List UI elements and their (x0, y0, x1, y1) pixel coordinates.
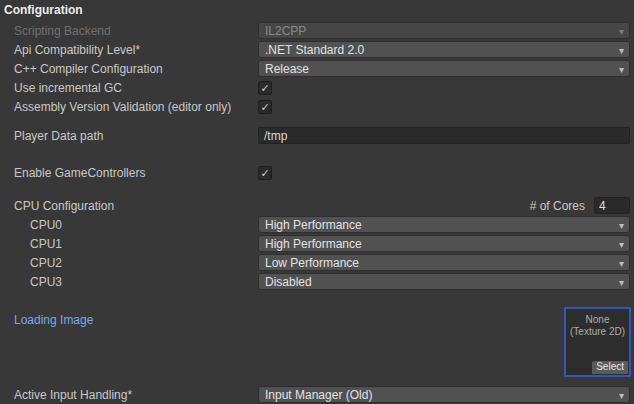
cpu3-dropdown[interactable]: Disabled ▾ (258, 273, 630, 290)
texture-none-line2: (Texture 2D) (566, 326, 629, 338)
api-compatibility-label: Api Compatibility Level* (14, 43, 258, 57)
section-title: Configuration (0, 3, 634, 19)
cpu0-dropdown[interactable]: High Performance ▾ (258, 216, 630, 233)
cpu0-label: CPU0 (14, 218, 258, 232)
row-player-data-path: Player Data path /tmp (0, 126, 634, 145)
chevron-down-icon: ▾ (619, 237, 624, 252)
cpu3-label: CPU3 (14, 275, 258, 289)
spacer (0, 377, 634, 385)
chevron-down-icon: ▾ (619, 256, 624, 271)
row-cpu1: CPU1 High Performance ▾ (0, 234, 634, 253)
row-cpu3: CPU3 Disabled ▾ (0, 272, 634, 291)
checkmark-icon: ✓ (260, 101, 269, 113)
active-input-handling-label: Active Input Handling* (14, 388, 258, 402)
configuration-panel: Configuration Scripting Backend IL2CPP ▾… (0, 0, 634, 404)
cpu-configuration-label: CPU Configuration (14, 199, 114, 213)
row-cpu2: CPU2 Low Performance ▾ (0, 253, 634, 272)
chevron-down-icon: ▾ (619, 62, 624, 77)
player-data-path-input[interactable]: /tmp (258, 127, 630, 144)
cpu1-label: CPU1 (14, 237, 258, 251)
active-input-handling-dropdown[interactable]: Input Manager (Old) ▾ (258, 386, 630, 403)
num-cores-label: # of Cores (530, 199, 585, 213)
spacer (0, 145, 634, 163)
spacer (0, 182, 634, 196)
row-enable-gamecontrollers: Enable GameControllers ✓ (0, 163, 634, 182)
chevron-down-icon: ▾ (619, 275, 624, 290)
incremental-gc-label: Use incremental GC (14, 81, 258, 95)
cpu2-label: CPU2 (14, 256, 258, 270)
cpu1-dropdown[interactable]: High Performance ▾ (258, 235, 630, 252)
row-incremental-gc: Use incremental GC ✓ (0, 78, 634, 97)
num-cores-value: 4 (599, 199, 606, 213)
cpu1-value: High Performance (265, 237, 362, 251)
spacer (0, 291, 634, 307)
texture-none-line1: None (566, 314, 629, 326)
cpu0-value: High Performance (265, 218, 362, 232)
loading-image-label: Loading Image (14, 307, 93, 327)
api-compatibility-dropdown[interactable]: .NET Standard 2.0 ▾ (258, 41, 630, 58)
enable-gamecontrollers-checkbox[interactable]: ✓ (258, 166, 272, 180)
cpp-compiler-value: Release (265, 62, 309, 76)
assembly-validation-label: Assembly Version Validation (editor only… (14, 100, 258, 114)
row-scripting-backend: Scripting Backend IL2CPP ▾ (0, 21, 634, 40)
scripting-backend-value: IL2CPP (265, 24, 306, 38)
chevron-down-icon: ▾ (619, 388, 624, 403)
texture-select-button[interactable]: Select (592, 361, 628, 374)
checkmark-icon: ✓ (260, 167, 269, 179)
scripting-backend-dropdown: IL2CPP ▾ (258, 22, 630, 39)
num-cores-input[interactable]: 4 (594, 197, 630, 214)
cpu3-value: Disabled (265, 275, 312, 289)
loading-image-object-picker[interactable]: None (Texture 2D) Select (564, 307, 631, 377)
row-loading-image: Loading Image None (Texture 2D) Select (0, 307, 634, 377)
cpp-compiler-label: C++ Compiler Configuration (14, 62, 258, 76)
api-compatibility-value: .NET Standard 2.0 (265, 43, 364, 57)
cpu2-value: Low Performance (265, 256, 359, 270)
chevron-down-icon: ▾ (619, 218, 624, 233)
incremental-gc-checkbox[interactable]: ✓ (258, 81, 272, 95)
assembly-validation-checkbox[interactable]: ✓ (258, 100, 272, 114)
active-input-handling-value: Input Manager (Old) (265, 388, 372, 402)
cpu2-dropdown[interactable]: Low Performance ▾ (258, 254, 630, 271)
row-active-input-handling: Active Input Handling* Input Manager (Ol… (0, 385, 634, 404)
row-cpu0: CPU0 High Performance ▾ (0, 215, 634, 234)
row-assembly-validation: Assembly Version Validation (editor only… (0, 97, 634, 116)
row-cpu-configuration: ▼CPU Configuration # of Cores 4 (0, 196, 634, 215)
cpp-compiler-dropdown[interactable]: Release ▾ (258, 60, 630, 77)
spacer (0, 116, 634, 126)
checkmark-icon: ✓ (260, 82, 269, 94)
enable-gamecontrollers-label: Enable GameControllers (14, 166, 258, 180)
row-cpp-compiler: C++ Compiler Configuration Release ▾ (0, 59, 634, 78)
chevron-down-icon: ▾ (619, 43, 624, 58)
cpu-configuration-foldout[interactable]: ▼CPU Configuration (14, 199, 258, 213)
chevron-down-icon: ▾ (619, 24, 624, 39)
row-api-compatibility: Api Compatibility Level* .NET Standard 2… (0, 40, 634, 59)
player-data-path-value: /tmp (264, 129, 287, 143)
scripting-backend-label: Scripting Backend (14, 24, 258, 38)
player-data-path-label: Player Data path (14, 129, 258, 143)
